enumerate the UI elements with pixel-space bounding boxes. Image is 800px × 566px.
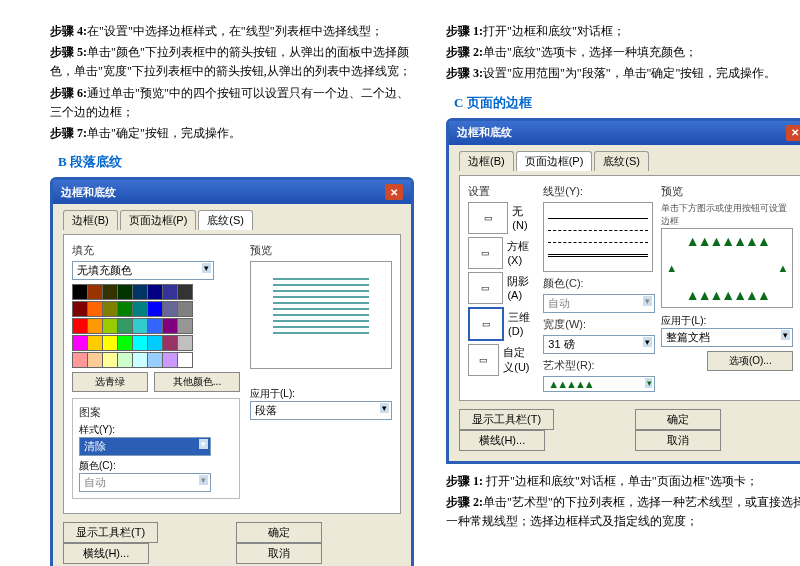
color-swatch[interactable] — [102, 352, 118, 368]
step-text: 设置"应用范围"为"段落"，单击"确定"按钮，完成操作。 — [483, 66, 776, 80]
linetype-label: 线型(Y): — [543, 184, 653, 199]
setting-box[interactable]: ▭ — [468, 237, 503, 269]
dialog-title: 边框和底纹 — [457, 125, 512, 140]
tab-page-border[interactable]: 页面边框(P) — [516, 151, 593, 171]
more-colors-hint[interactable]: 选青绿 — [72, 372, 148, 392]
toolbar-button[interactable]: 显示工具栏(T) — [63, 522, 158, 543]
color-swatch[interactable] — [132, 301, 148, 317]
color-swatch[interactable] — [162, 352, 178, 368]
color-swatch[interactable] — [147, 284, 163, 300]
preview-area — [250, 261, 392, 369]
color-swatch[interactable] — [72, 284, 88, 300]
fill-label: 填充 — [72, 243, 240, 258]
color-swatch[interactable] — [177, 318, 193, 334]
color-swatch[interactable] — [147, 301, 163, 317]
color-swatch[interactable] — [102, 335, 118, 351]
color-swatch[interactable] — [132, 352, 148, 368]
color-swatch[interactable] — [117, 318, 133, 334]
tab-border[interactable]: 边框(B) — [63, 210, 118, 230]
setting-3d[interactable]: ▭ — [468, 307, 504, 341]
apply-to-combo[interactable]: 段落 — [250, 401, 392, 420]
step-label: 步骤 4: — [50, 24, 87, 38]
cancel-button[interactable]: 取消 — [236, 543, 322, 564]
art-label: 艺术型(R): — [543, 358, 653, 373]
color-swatch[interactable] — [117, 335, 133, 351]
setting-custom[interactable]: ▭ — [468, 344, 499, 376]
color-swatch[interactable] — [102, 301, 118, 317]
color-swatch[interactable] — [72, 335, 88, 351]
ok-button[interactable]: 确定 — [236, 522, 322, 543]
hline-button[interactable]: 横线(H)... — [63, 543, 149, 564]
step-label: 步骤 1: — [446, 474, 483, 488]
art-combo[interactable]: ▲▲▲▲▲ — [543, 376, 655, 392]
color-swatch[interactable] — [87, 301, 103, 317]
hline-button[interactable]: 横线(H)... — [459, 430, 545, 451]
color-swatch[interactable] — [177, 352, 193, 368]
setting-label: 设置 — [468, 184, 535, 199]
color-swatch[interactable] — [72, 352, 88, 368]
color-swatch[interactable] — [177, 301, 193, 317]
style-combo[interactable]: 清除 — [79, 437, 211, 456]
color-swatch[interactable] — [102, 284, 118, 300]
color-swatch[interactable] — [102, 318, 118, 334]
apply-to-combo[interactable]: 整篇文档 — [661, 328, 793, 347]
color-swatch[interactable] — [87, 318, 103, 334]
color-swatch[interactable] — [132, 318, 148, 334]
cancel-button[interactable]: 取消 — [635, 430, 721, 451]
color-swatch[interactable] — [177, 284, 193, 300]
close-icon[interactable]: ✕ — [385, 184, 403, 200]
color-swatch[interactable] — [132, 284, 148, 300]
step-label: 步骤 5: — [50, 45, 87, 59]
apply-to-label: 应用于(L): — [250, 387, 392, 401]
color-swatch[interactable] — [132, 335, 148, 351]
color-swatch[interactable] — [87, 335, 103, 351]
preview-label: 预览 — [250, 243, 392, 258]
other-color-button[interactable]: 其他颜色... — [154, 372, 240, 392]
color-swatch[interactable] — [87, 352, 103, 368]
border-color-combo[interactable]: 自动 — [543, 294, 655, 313]
dialog-title: 边框和底纹 — [61, 185, 116, 200]
color-swatch[interactable] — [177, 335, 193, 351]
color-swatch[interactable] — [162, 301, 178, 317]
section-c-title: C 页面的边框 — [454, 94, 800, 112]
color-swatch[interactable] — [72, 301, 88, 317]
tab-shading[interactable]: 底纹(S) — [594, 151, 649, 171]
color-swatch[interactable] — [72, 318, 88, 334]
width-combo[interactable]: 31 磅 — [543, 335, 655, 354]
step-label: 步骤 2: — [446, 45, 483, 59]
ok-button[interactable]: 确定 — [635, 409, 721, 430]
tab-page-border[interactable]: 页面边框(P) — [120, 210, 197, 230]
dialog-shading: 边框和底纹✕ 边框(B) 页面边框(P) 底纹(S) 填充 无填充颜色 选青绿 … — [50, 177, 414, 566]
color-swatch[interactable] — [162, 284, 178, 300]
step-label: 步骤 1: — [446, 24, 483, 38]
color-swatch[interactable] — [147, 335, 163, 351]
step-text: 单击"确定"按钮，完成操作。 — [87, 126, 241, 140]
color-grid[interactable] — [72, 284, 240, 368]
options-button[interactable]: 选项(O)... — [707, 351, 793, 371]
color-swatch[interactable] — [117, 301, 133, 317]
color-swatch[interactable] — [87, 284, 103, 300]
tab-shading[interactable]: 底纹(S) — [198, 210, 253, 230]
no-fill-combo[interactable]: 无填充颜色 — [72, 261, 214, 280]
color-swatch[interactable] — [162, 335, 178, 351]
preview-hint: 单击下方图示或使用按钮可设置边框 — [661, 202, 793, 228]
color-swatch[interactable] — [162, 318, 178, 334]
step-text: 单击"艺术型"的下拉列表框，选择一种艺术线型，或直接选择一种常规线型；选择边框样… — [446, 495, 800, 528]
toolbar-button[interactable]: 显示工具栏(T) — [459, 409, 554, 430]
section-b-title: B 段落底纹 — [58, 153, 414, 171]
color-swatch[interactable] — [147, 352, 163, 368]
pattern-color-combo[interactable]: 自动 — [79, 473, 211, 492]
linetype-list[interactable] — [543, 202, 653, 272]
close-icon[interactable]: ✕ — [786, 125, 800, 141]
setting-shadow[interactable]: ▭ — [468, 272, 503, 304]
step-text: 单击"颜色"下拉列表框中的箭头按钮，从弹出的面板中选择颜色，单击"宽度"下拉列表… — [50, 45, 411, 78]
setting-none[interactable]: ▭ — [468, 202, 508, 234]
step-text: 打开"边框和底纹"对话框； — [483, 24, 625, 38]
preview-label: 预览 — [661, 184, 793, 199]
color-swatch[interactable] — [117, 284, 133, 300]
color-label: 颜色(C): — [79, 459, 233, 473]
tab-border[interactable]: 边框(B) — [459, 151, 514, 171]
width-label: 宽度(W): — [543, 317, 653, 332]
color-swatch[interactable] — [147, 318, 163, 334]
color-swatch[interactable] — [117, 352, 133, 368]
